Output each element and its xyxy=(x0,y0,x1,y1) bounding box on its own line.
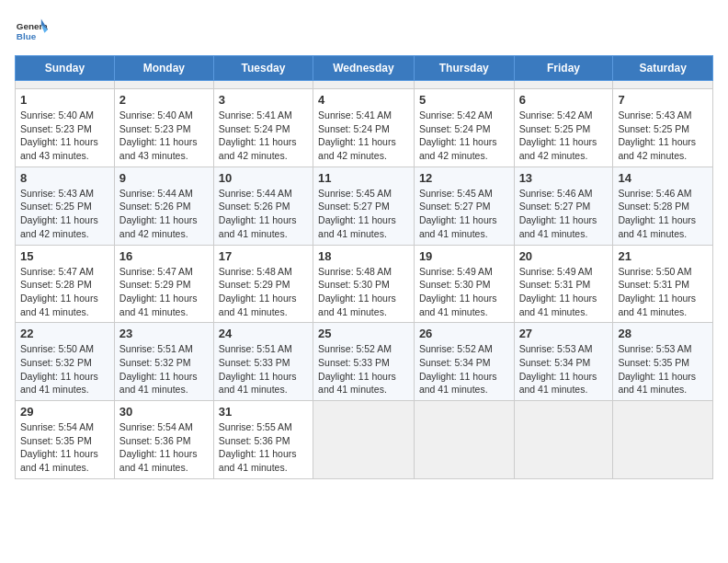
calendar-cell: 30Sunrise: 5:54 AMSunset: 5:36 PMDayligh… xyxy=(114,401,213,479)
day-number: 24 xyxy=(219,327,308,340)
calendar-cell xyxy=(613,81,713,89)
calendar-cell: 10Sunrise: 5:44 AMSunset: 5:26 PMDayligh… xyxy=(213,167,313,245)
day-detail: Sunrise: 5:54 AMSunset: 5:36 PMDaylight:… xyxy=(119,420,209,475)
calendar-cell: 23Sunrise: 5:51 AMSunset: 5:32 PMDayligh… xyxy=(114,323,213,401)
calendar-cell: 15Sunrise: 5:47 AMSunset: 5:28 PMDayligh… xyxy=(16,245,115,323)
calendar-cell: 25Sunrise: 5:52 AMSunset: 5:33 PMDayligh… xyxy=(313,323,415,401)
calendar-cell: 7Sunrise: 5:43 AMSunset: 5:25 PMDaylight… xyxy=(613,89,713,167)
calendar-cell xyxy=(414,81,514,89)
calendar-cell xyxy=(414,401,514,479)
calendar-cell: 14Sunrise: 5:46 AMSunset: 5:28 PMDayligh… xyxy=(613,167,713,245)
day-detail: Sunrise: 5:42 AMSunset: 5:25 PMDaylight:… xyxy=(519,109,609,163)
day-number: 4 xyxy=(318,93,409,107)
calendar-cell xyxy=(213,81,313,89)
calendar-cell: 5Sunrise: 5:42 AMSunset: 5:24 PMDaylight… xyxy=(414,89,514,167)
day-number: 28 xyxy=(618,327,708,340)
calendar-week-5: 22Sunrise: 5:50 AMSunset: 5:32 PMDayligh… xyxy=(16,323,713,401)
day-number: 11 xyxy=(318,171,409,185)
calendar-cell: 4Sunrise: 5:41 AMSunset: 5:24 PMDaylight… xyxy=(313,89,415,167)
day-detail: Sunrise: 5:46 AMSunset: 5:28 PMDaylight:… xyxy=(618,187,708,241)
day-detail: Sunrise: 5:41 AMSunset: 5:24 PMDaylight:… xyxy=(219,109,308,163)
day-detail: Sunrise: 5:54 AMSunset: 5:35 PMDaylight:… xyxy=(20,420,109,475)
calendar-cell: 8Sunrise: 5:43 AMSunset: 5:25 PMDaylight… xyxy=(16,167,115,245)
day-detail: Sunrise: 5:45 AMSunset: 5:27 PMDaylight:… xyxy=(318,187,409,241)
day-detail: Sunrise: 5:51 AMSunset: 5:32 PMDaylight:… xyxy=(119,342,209,396)
day-number: 17 xyxy=(219,249,308,263)
column-header-tuesday: Tuesday xyxy=(213,56,313,81)
day-number: 18 xyxy=(318,249,409,263)
day-number: 7 xyxy=(618,93,708,107)
day-number: 6 xyxy=(519,93,609,107)
column-header-thursday: Thursday xyxy=(414,56,514,81)
day-number: 9 xyxy=(119,171,209,185)
calendar-cell: 31Sunrise: 5:55 AMSunset: 5:36 PMDayligh… xyxy=(213,401,313,479)
day-detail: Sunrise: 5:55 AMSunset: 5:36 PMDaylight:… xyxy=(219,420,308,475)
day-detail: Sunrise: 5:47 AMSunset: 5:29 PMDaylight:… xyxy=(119,265,209,319)
calendar-cell xyxy=(114,81,213,89)
calendar-cell: 3Sunrise: 5:41 AMSunset: 5:24 PMDaylight… xyxy=(213,89,313,167)
day-number: 27 xyxy=(519,327,609,340)
day-detail: Sunrise: 5:47 AMSunset: 5:28 PMDaylight:… xyxy=(20,265,109,319)
day-detail: Sunrise: 5:42 AMSunset: 5:24 PMDaylight:… xyxy=(419,109,509,163)
calendar-cell: 16Sunrise: 5:47 AMSunset: 5:29 PMDayligh… xyxy=(114,245,213,323)
calendar-cell: 18Sunrise: 5:48 AMSunset: 5:30 PMDayligh… xyxy=(313,245,415,323)
calendar-week-6: 29Sunrise: 5:54 AMSunset: 5:35 PMDayligh… xyxy=(16,401,713,479)
calendar-cell: 1Sunrise: 5:40 AMSunset: 5:23 PMDaylight… xyxy=(16,89,115,167)
day-detail: Sunrise: 5:53 AMSunset: 5:35 PMDaylight:… xyxy=(618,342,708,396)
day-number: 30 xyxy=(119,405,209,419)
calendar-cell xyxy=(514,401,613,479)
calendar-week-1 xyxy=(16,81,713,89)
calendar-cell: 19Sunrise: 5:49 AMSunset: 5:30 PMDayligh… xyxy=(414,245,514,323)
calendar-week-4: 15Sunrise: 5:47 AMSunset: 5:28 PMDayligh… xyxy=(16,245,713,323)
column-header-friday: Friday xyxy=(514,56,613,81)
calendar-cell: 20Sunrise: 5:49 AMSunset: 5:31 PMDayligh… xyxy=(514,245,613,323)
calendar-cell xyxy=(514,81,613,89)
calendar-cell xyxy=(313,401,415,479)
day-number: 8 xyxy=(20,171,109,185)
day-number: 1 xyxy=(20,93,109,107)
day-detail: Sunrise: 5:49 AMSunset: 5:30 PMDaylight:… xyxy=(419,265,509,319)
calendar-cell: 12Sunrise: 5:45 AMSunset: 5:27 PMDayligh… xyxy=(414,167,514,245)
day-detail: Sunrise: 5:44 AMSunset: 5:26 PMDaylight:… xyxy=(219,187,308,241)
day-number: 10 xyxy=(219,171,308,185)
day-detail: Sunrise: 5:45 AMSunset: 5:27 PMDaylight:… xyxy=(419,187,509,241)
day-number: 19 xyxy=(419,249,509,263)
day-detail: Sunrise: 5:40 AMSunset: 5:23 PMDaylight:… xyxy=(119,109,209,163)
day-detail: Sunrise: 5:43 AMSunset: 5:25 PMDaylight:… xyxy=(618,109,708,163)
header: General Blue xyxy=(15,15,713,48)
column-header-saturday: Saturday xyxy=(613,56,713,81)
calendar-cell: 2Sunrise: 5:40 AMSunset: 5:23 PMDaylight… xyxy=(114,89,213,167)
day-detail: Sunrise: 5:52 AMSunset: 5:33 PMDaylight:… xyxy=(318,342,409,396)
day-number: 23 xyxy=(119,327,209,340)
day-detail: Sunrise: 5:44 AMSunset: 5:26 PMDaylight:… xyxy=(119,187,209,241)
column-header-monday: Monday xyxy=(114,56,213,81)
calendar-cell: 22Sunrise: 5:50 AMSunset: 5:32 PMDayligh… xyxy=(16,323,115,401)
day-number: 12 xyxy=(419,171,509,185)
calendar-cell: 6Sunrise: 5:42 AMSunset: 5:25 PMDaylight… xyxy=(514,89,613,167)
calendar-cell: 24Sunrise: 5:51 AMSunset: 5:33 PMDayligh… xyxy=(213,323,313,401)
day-detail: Sunrise: 5:48 AMSunset: 5:30 PMDaylight:… xyxy=(318,265,409,319)
calendar-cell: 11Sunrise: 5:45 AMSunset: 5:27 PMDayligh… xyxy=(313,167,415,245)
calendar-week-3: 8Sunrise: 5:43 AMSunset: 5:25 PMDaylight… xyxy=(16,167,713,245)
day-number: 21 xyxy=(618,249,708,263)
calendar-cell: 28Sunrise: 5:53 AMSunset: 5:35 PMDayligh… xyxy=(613,323,713,401)
logo-icon: General Blue xyxy=(15,15,48,48)
day-number: 2 xyxy=(119,93,209,107)
day-number: 14 xyxy=(618,171,708,185)
day-number: 31 xyxy=(219,405,308,419)
column-header-sunday: Sunday xyxy=(16,56,115,81)
calendar-cell: 9Sunrise: 5:44 AMSunset: 5:26 PMDaylight… xyxy=(114,167,213,245)
day-number: 3 xyxy=(219,93,308,107)
day-detail: Sunrise: 5:50 AMSunset: 5:32 PMDaylight:… xyxy=(20,342,109,396)
day-detail: Sunrise: 5:51 AMSunset: 5:33 PMDaylight:… xyxy=(219,342,308,396)
calendar-cell: 21Sunrise: 5:50 AMSunset: 5:31 PMDayligh… xyxy=(613,245,713,323)
calendar-cell xyxy=(313,81,415,89)
calendar-cell: 26Sunrise: 5:52 AMSunset: 5:34 PMDayligh… xyxy=(414,323,514,401)
day-number: 26 xyxy=(419,327,509,340)
day-detail: Sunrise: 5:53 AMSunset: 5:34 PMDaylight:… xyxy=(519,342,609,396)
day-detail: Sunrise: 5:40 AMSunset: 5:23 PMDaylight:… xyxy=(20,109,109,163)
day-number: 16 xyxy=(119,249,209,263)
calendar-cell: 29Sunrise: 5:54 AMSunset: 5:35 PMDayligh… xyxy=(16,401,115,479)
day-detail: Sunrise: 5:50 AMSunset: 5:31 PMDaylight:… xyxy=(618,265,708,319)
calendar-cell: 27Sunrise: 5:53 AMSunset: 5:34 PMDayligh… xyxy=(514,323,613,401)
